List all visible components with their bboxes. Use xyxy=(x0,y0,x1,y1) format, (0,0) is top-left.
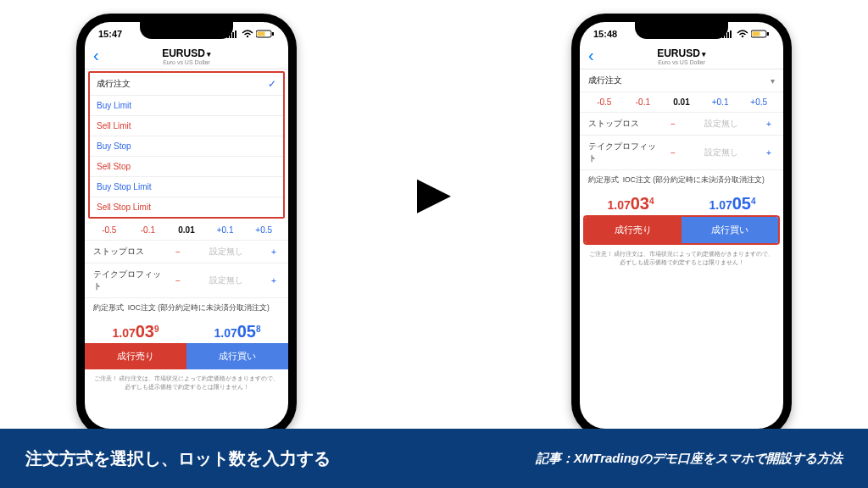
lot-stepper[interactable]: -0.5 -0.1 0.01 +0.1 +0.5 xyxy=(85,220,288,241)
price-row: 1.07039 1.07058 xyxy=(85,319,288,343)
order-type-list: 成行注文✓Buy LimitSell LimitBuy StopSell Sto… xyxy=(88,71,285,219)
selected-order-type: 成行注文 xyxy=(588,75,622,86)
order-type-item[interactable]: Buy Stop Limit xyxy=(90,177,283,197)
sl-placeholder[interactable]: 設定無し xyxy=(189,246,263,258)
sell-price: 1.07034 xyxy=(580,194,682,214)
tp-label: テイクプロフィット xyxy=(588,141,662,164)
order-type-item[interactable]: Buy Stop xyxy=(90,136,283,157)
order-type-label: Buy Stop Limit xyxy=(97,182,151,191)
minus-icon[interactable]: − xyxy=(667,119,679,129)
order-type-item[interactable]: 成行注文✓ xyxy=(90,73,283,96)
chevron-down-icon: ▾ xyxy=(771,76,775,86)
lot-minus-05[interactable]: -0.5 xyxy=(585,97,624,107)
sell-button[interactable]: 成行売り xyxy=(585,217,682,243)
order-type-item[interactable]: Sell Stop Limit xyxy=(90,197,283,217)
symbol[interactable]: EURUSD xyxy=(657,47,700,59)
minus-icon[interactable]: − xyxy=(172,247,184,257)
lot-plus-05[interactable]: +0.5 xyxy=(244,225,283,235)
tp-placeholder[interactable]: 設定無し xyxy=(684,147,758,158)
svg-rect-2 xyxy=(232,32,234,38)
svg-point-4 xyxy=(247,36,248,37)
battery-icon xyxy=(751,30,770,38)
symbol-desc: Euro vs US Dollar xyxy=(85,59,288,65)
warning-text: ご注意！ 成行注文は、市場状況によって約定価格がきまりますので、必ずしも提示価格… xyxy=(85,369,288,396)
arrow-right-icon xyxy=(409,171,459,225)
lot-minus-05[interactable]: -0.5 xyxy=(90,225,129,235)
status-time: 15:47 xyxy=(98,29,122,39)
execution-type: 約定形式 IOC注文 (部分約定時に未決済分取消注文) xyxy=(580,170,783,191)
header: ‹ EURUSD▾ Euro vs US Dollar xyxy=(85,46,288,69)
order-type-label: Sell Stop xyxy=(97,162,131,171)
wifi-icon xyxy=(242,30,253,38)
minus-icon[interactable]: − xyxy=(172,276,184,286)
buy-price: 1.07054 xyxy=(682,194,783,214)
order-type-item[interactable]: Sell Stop xyxy=(90,157,283,177)
stop-loss-row[interactable]: ストップロス − 設定無し + xyxy=(580,113,783,136)
plus-icon[interactable]: + xyxy=(268,247,280,257)
buy-button[interactable]: 成行買い xyxy=(186,343,288,369)
lot-value[interactable]: 0.01 xyxy=(167,225,206,235)
svg-marker-8 xyxy=(417,180,451,214)
minus-icon[interactable]: − xyxy=(667,148,679,158)
back-icon[interactable]: ‹ xyxy=(93,46,99,65)
caption-right: 記事：XMTradingのデモ口座をスマホで開設する方法 xyxy=(536,451,843,467)
header: ‹ EURUSD▾ Euro vs US Dollar xyxy=(580,46,783,69)
sl-placeholder[interactable]: 設定無し xyxy=(684,118,758,130)
order-type-item[interactable]: Sell Limit xyxy=(90,116,283,136)
price-row: 1.07034 1.07054 xyxy=(580,191,783,215)
lot-value[interactable]: 0.01 xyxy=(662,97,701,107)
status-time: 15:48 xyxy=(593,29,617,39)
symbol[interactable]: EURUSD xyxy=(162,47,205,59)
lot-plus-01[interactable]: +0.1 xyxy=(206,225,245,235)
svg-rect-7 xyxy=(272,32,274,36)
order-buttons: 成行売り 成行買い xyxy=(85,343,288,369)
lot-minus-01[interactable]: -0.1 xyxy=(129,225,168,235)
sl-label: ストップロス xyxy=(588,118,662,130)
stop-loss-row[interactable]: ストップロス − 設定無し + xyxy=(85,241,288,263)
notch xyxy=(140,22,233,39)
sl-label: ストップロス xyxy=(93,246,167,258)
svg-point-13 xyxy=(742,36,743,37)
take-profit-row[interactable]: テイクプロフィット − 設定無し + xyxy=(580,136,783,170)
lot-plus-01[interactable]: +0.1 xyxy=(701,97,740,107)
wifi-icon xyxy=(737,30,748,38)
notch xyxy=(635,22,728,39)
order-buttons: 成行売り 成行買い xyxy=(583,215,780,245)
sell-button[interactable]: 成行売り xyxy=(85,343,186,369)
sell-price: 1.07039 xyxy=(85,322,186,341)
warning-text: ご注意！ 成行注文は、市場状況によって約定価格がきまりますので、必ずしも提示価格… xyxy=(580,245,783,272)
lot-minus-01[interactable]: -0.1 xyxy=(624,97,663,107)
phone-right: 15:48 ‹ EURUSD▾ Euro vs US Dollar 成行注文 ▾ xyxy=(571,14,792,437)
order-type-item[interactable]: Buy Limit xyxy=(90,96,283,116)
tp-label: テイクプロフィット xyxy=(93,269,167,292)
plus-icon[interactable]: + xyxy=(268,276,280,286)
svg-rect-15 xyxy=(753,32,760,36)
order-type-selector[interactable]: 成行注文 ▾ xyxy=(580,69,783,92)
execution-type: 約定形式 IOC注文 (部分約定時に未決済分取消注文) xyxy=(85,298,288,319)
check-icon: ✓ xyxy=(268,78,276,90)
symbol-desc: Euro vs US Dollar xyxy=(580,59,783,65)
battery-icon xyxy=(256,30,275,38)
chevron-down-icon[interactable]: ▾ xyxy=(207,50,211,58)
svg-rect-3 xyxy=(235,30,236,38)
caption-left: 注文方式を選択し、ロット数を入力する xyxy=(25,447,331,470)
caption-bar: 注文方式を選択し、ロット数を入力する 記事：XMTradingのデモ口座をスマホ… xyxy=(0,429,868,488)
order-type-label: Sell Limit xyxy=(97,121,131,130)
plus-icon[interactable]: + xyxy=(763,119,775,129)
tp-placeholder[interactable]: 設定無し xyxy=(189,274,263,286)
svg-rect-16 xyxy=(767,32,769,36)
chevron-down-icon[interactable]: ▾ xyxy=(702,50,706,58)
order-type-label: 成行注文 xyxy=(97,78,131,90)
order-type-label: Buy Stop xyxy=(97,141,131,151)
order-type-label: Buy Limit xyxy=(97,101,131,110)
back-icon[interactable]: ‹ xyxy=(588,46,594,65)
plus-icon[interactable]: + xyxy=(763,148,775,158)
svg-rect-12 xyxy=(730,30,732,38)
phone-left: 15:47 ‹ EURUSD▾ Euro vs US Dollar 成行注文✓B… xyxy=(76,14,297,437)
lot-plus-05[interactable]: +0.5 xyxy=(739,97,778,107)
buy-button[interactable]: 成行買い xyxy=(682,217,778,243)
order-type-label: Sell Stop Limit xyxy=(97,202,151,212)
lot-stepper[interactable]: -0.5 -0.1 0.01 +0.1 +0.5 xyxy=(580,92,783,113)
svg-rect-6 xyxy=(258,32,265,36)
take-profit-row[interactable]: テイクプロフィット − 設定無し + xyxy=(85,263,288,298)
